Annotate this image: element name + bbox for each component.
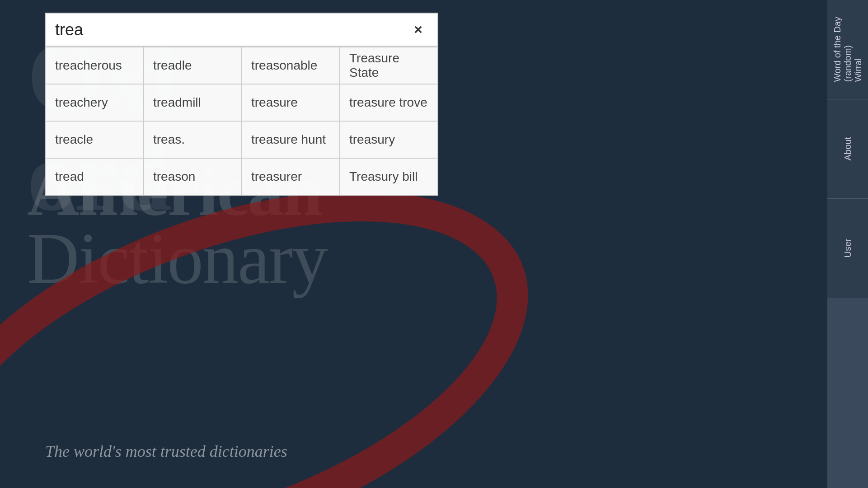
autocomplete-cell-label: Treasure State: [349, 51, 428, 80]
right-sidebar: Word of the Day(random)Wirral About User: [827, 0, 868, 488]
autocomplete-cell[interactable]: treasurer: [242, 159, 340, 196]
search-box: ×: [45, 13, 438, 47]
sidebar-user-label: User: [843, 239, 853, 258]
autocomplete-cell[interactable]: treasure trove: [340, 84, 438, 122]
autocomplete-cell-label: treasure: [251, 95, 298, 110]
autocomplete-cell-label: treacle: [55, 132, 93, 147]
autocomplete-cell-label: treasurer: [251, 169, 302, 184]
sidebar-about-label: About: [843, 137, 853, 160]
autocomplete-cell[interactable]: treasonable: [242, 47, 340, 84]
sidebar-item-user[interactable]: User: [827, 199, 868, 298]
autocomplete-cell[interactable]: treacle: [46, 122, 144, 159]
sidebar-wod-label: Word of the Day(random)Wirral: [832, 17, 863, 82]
autocomplete-cell-label: treachery: [55, 95, 108, 110]
autocomplete-cell-label: treas.: [153, 132, 185, 147]
autocomplete-cell[interactable]: tread: [46, 159, 144, 196]
autocomplete-cell[interactable]: treacherous: [46, 47, 144, 84]
search-container: × treacheroustreadletreasonableTreasure …: [45, 13, 438, 196]
autocomplete-cell-label: tread: [55, 169, 84, 184]
autocomplete-cell[interactable]: Treasury bill: [340, 159, 438, 196]
autocomplete-cell[interactable]: treadmill: [144, 84, 242, 122]
autocomplete-cell[interactable]: Treasure State: [340, 47, 438, 84]
autocomplete-cell-label: treadle: [153, 58, 192, 73]
autocomplete-cell[interactable]: treason: [144, 159, 242, 196]
autocomplete-cell-label: treason: [153, 169, 195, 184]
sidebar-item-word-of-day[interactable]: Word of the Day(random)Wirral: [827, 0, 868, 99]
clear-button[interactable]: ×: [408, 19, 428, 40]
autocomplete-cell-label: treasonable: [251, 58, 317, 73]
autocomplete-cell-label: treasure trove: [349, 95, 427, 110]
autocomplete-cell[interactable]: treasure hunt: [242, 122, 340, 159]
autocomplete-cell-label: treasure hunt: [251, 132, 326, 147]
autocomplete-cell[interactable]: treadle: [144, 47, 242, 84]
autocomplete-grid: treacheroustreadletreasonableTreasure St…: [45, 47, 438, 196]
search-input[interactable]: [55, 20, 408, 39]
autocomplete-cell-label: treacherous: [55, 58, 122, 73]
autocomplete-cell-label: Treasury bill: [349, 169, 418, 184]
autocomplete-cell[interactable]: treasure: [242, 84, 340, 122]
autocomplete-cell[interactable]: treas.: [144, 122, 242, 159]
autocomplete-cell[interactable]: treachery: [46, 84, 144, 122]
sidebar-item-about[interactable]: About: [827, 99, 868, 199]
autocomplete-cell[interactable]: treasury: [340, 122, 438, 159]
autocomplete-cell-label: treasury: [349, 132, 395, 147]
autocomplete-cell-label: treadmill: [153, 95, 201, 110]
